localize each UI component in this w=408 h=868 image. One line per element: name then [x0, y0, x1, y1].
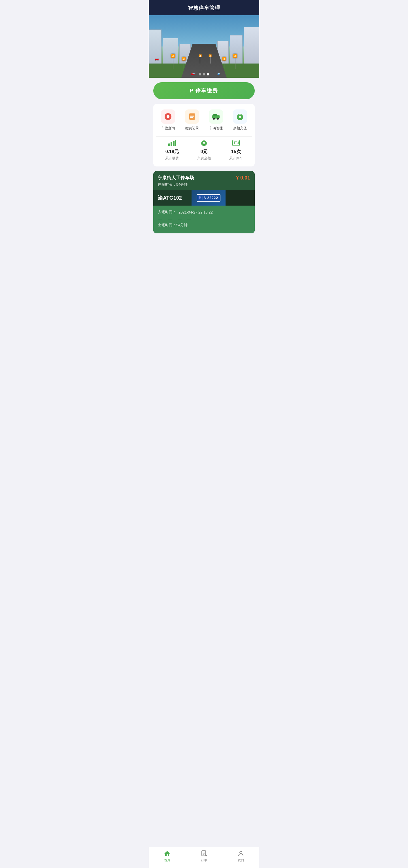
wifi-pole-4: 📶 [222, 57, 226, 69]
owed-fee-stat: ¥ 0元 欠费金额 [197, 140, 211, 161]
parking-lot-name: 宁康街人工停车场 [158, 175, 194, 181]
svg-rect-5 [190, 117, 193, 118]
svg-rect-17 [171, 142, 172, 146]
vehicle-mgmt-icon [209, 110, 223, 124]
balance-recharge-label: 余额充值 [233, 126, 247, 131]
wifi-pole-1: 📶 [171, 54, 175, 69]
exit-time-label: 出场时间：54分钟 [158, 223, 188, 228]
bottom-nav: 首页 订单 我的 [149, 847, 259, 868]
payment-record-label: 缴费记录 [185, 126, 199, 131]
vehicle-mgmt-label: 车辆管理 [209, 126, 223, 131]
total-park-label: 累计停车 [229, 156, 243, 161]
app-title: 智慧停车管理 [188, 5, 220, 11]
nav-orders[interactable]: 订单 [185, 850, 223, 862]
dot-1 [199, 73, 201, 75]
menu-row: 车位查询 缴费记录 [156, 110, 252, 131]
entry-time-label: 入场时间： [158, 210, 176, 215]
vehicle-mgmt-item[interactable]: 车辆管理 [209, 110, 223, 131]
entry-time-row: 入场时间： 2021-04-27 22:13:22 [158, 210, 250, 215]
svg-rect-25 [203, 852, 205, 852]
wifi-pole-3: 📶 [233, 54, 237, 69]
app-header: 智慧停车管理 [149, 0, 259, 15]
parking-card-header: 宁康街人工停车场 停车时长：54分钟 ¥ 0.01 [153, 171, 255, 190]
parking-query-item[interactable]: 车位查询 [161, 110, 175, 131]
parking-duration: 停车时长：54分钟 [158, 182, 194, 187]
parking-footer: 入场时间： 2021-04-27 22:13:22 ———— 出场时间：54分钟 [153, 206, 255, 234]
svg-rect-16 [168, 144, 170, 146]
owed-fee-icon: ¥ [200, 140, 208, 148]
total-park-stat: 15次 累计停车 [229, 140, 243, 161]
plate-image-text: A 22222 [203, 196, 218, 200]
balance-recharge-item[interactable]: ¥ ¥ 余额充值 [233, 110, 247, 131]
exit-time-row: 出场时间：54分钟 [158, 223, 250, 228]
profile-icon [237, 850, 244, 857]
svg-point-29 [240, 851, 242, 854]
nav-home[interactable]: 首页 [149, 850, 185, 862]
dot-2 [203, 73, 205, 75]
total-park-value: 15次 [231, 149, 241, 155]
plate-image: 川 A 22222 [192, 190, 226, 206]
svg-point-10 [214, 119, 214, 119]
payment-record-item[interactable]: 缴费记录 [185, 110, 199, 131]
entry-time-value: 2021-04-27 22:13:22 [178, 210, 213, 214]
svg-rect-3 [190, 115, 194, 116]
wifi-pole-2: 📶 [182, 57, 186, 69]
svg-point-11 [217, 119, 218, 119]
svg-rect-7 [213, 114, 217, 116]
svg-point-1 [167, 115, 169, 118]
owed-fee-label: 欠费金额 [197, 156, 211, 161]
svg-rect-26 [203, 853, 205, 854]
hero-banner: 📶 📶 📶 📶 📶 📶 🚗 🚙 🚗 [149, 15, 259, 78]
svg-rect-4 [190, 116, 194, 117]
plate-row: 渝ATG102 川 A 22222 [153, 190, 255, 206]
nav-orders-label: 订单 [201, 858, 207, 862]
svg-rect-27 [203, 854, 204, 855]
menu-card: 车位查询 缴费记录 [153, 104, 255, 166]
total-park-icon [232, 140, 240, 148]
car-right: 🚙 [216, 71, 221, 75]
svg-rect-19 [175, 140, 176, 146]
nav-profile[interactable]: 我的 [223, 850, 259, 862]
total-fee-icon [168, 140, 176, 148]
svg-rect-18 [173, 141, 174, 146]
car-far-left: 🚗 [155, 56, 159, 61]
wifi-pole-center-2: 📶 [208, 55, 212, 64]
stats-row: 0.18元 累计缴费 ¥ 0元 欠费金额 [156, 136, 252, 161]
dot-3 [207, 73, 209, 75]
time-dashes: ———— [158, 216, 250, 221]
svg-text:¥: ¥ [239, 114, 241, 116]
total-fee-stat: 0.18元 累计缴费 [165, 140, 179, 161]
orders-icon [201, 850, 207, 857]
balance-recharge-icon: ¥ ¥ [233, 110, 247, 124]
plate-image-right [226, 190, 255, 206]
parking-query-icon [161, 110, 175, 124]
total-fee-value: 0.18元 [166, 149, 179, 155]
plate-number: 渝ATG102 [153, 190, 192, 206]
home-icon [164, 850, 171, 857]
car-left: 🚗 [191, 71, 196, 75]
nav-profile-label: 我的 [238, 858, 244, 862]
parking-price: ¥ 0.01 [236, 175, 250, 181]
parking-card: 宁康街人工停车场 停车时长：54分钟 ¥ 0.01 渝ATG102 川 A 22… [153, 171, 255, 234]
payment-record-icon [185, 110, 199, 124]
wifi-pole-center-1: 📶 [199, 55, 202, 64]
svg-text:¥: ¥ [203, 141, 205, 146]
banner-dots [199, 73, 209, 75]
owed-fee-value: 0元 [201, 149, 208, 155]
svg-rect-28 [206, 855, 207, 856]
pay-button[interactable]: P 停车缴费 [153, 82, 255, 99]
parking-query-label: 车位查询 [161, 126, 175, 131]
total-fee-label: 累计缴费 [165, 156, 179, 161]
